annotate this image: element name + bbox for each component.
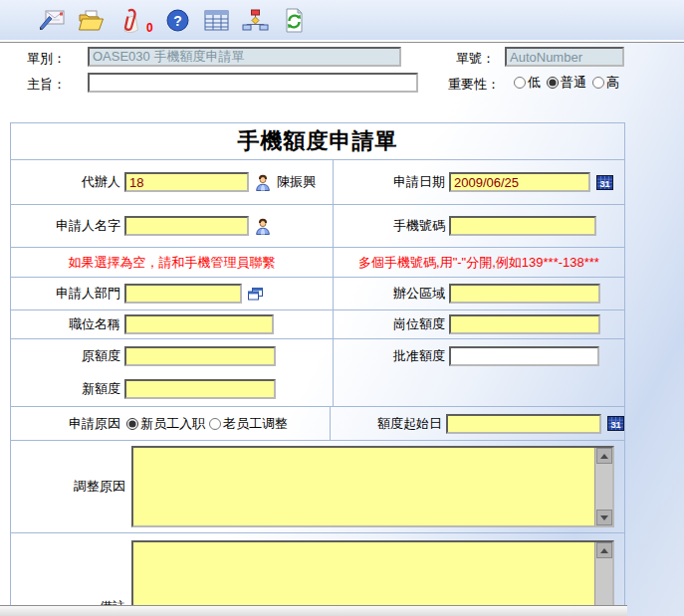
send-mail-icon [39,8,66,32]
applicant-user-picker[interactable] [255,218,271,235]
approved-quota-field[interactable] [449,346,599,366]
hint-right-text: 多個手機號碼,用"-"分開,例如139***-138*** [358,254,599,272]
reason-option-old-employee[interactable]: 老员工调整 [209,415,288,433]
dept-picker-icon [248,288,263,301]
svg-text:31: 31 [599,178,609,188]
table-row: 申請人名字 手機號碼 [11,205,624,248]
agent-field[interactable] [124,172,249,192]
dept-field[interactable] [124,284,242,304]
workflow-button[interactable] [242,5,270,35]
area-field[interactable] [449,284,600,304]
user-picker-icon [255,218,271,235]
attachments-button[interactable] [115,5,143,35]
doc-type-field [88,47,401,67]
doc-no-label: 單號： [456,50,495,68]
adjust-reason-textarea[interactable] [131,446,614,527]
new-quota-label: 新額度 [11,380,120,398]
applicant-field[interactable] [124,216,249,236]
reason-option-new-employee[interactable]: 新员工入职 [126,415,205,433]
form-title-row: 手機額度申請單 [11,123,624,160]
user-picker-icon [255,174,271,191]
dept-label: 申請人部門 [11,285,120,303]
main-form: 手機額度申請單 代辦人 陳振興 申請日期 [10,122,625,616]
agent-label: 代辦人 [11,173,120,191]
importance-label: 重要性： [448,76,500,94]
position-field[interactable] [124,314,274,334]
apply-date-label: 申請日期 [334,173,445,191]
new-quota-field[interactable] [124,379,276,399]
refresh-button[interactable] [281,5,309,35]
mobile-field[interactable] [449,216,596,236]
importance-radio-high[interactable] [592,77,604,89]
reason-radio-old-employee[interactable] [209,418,221,430]
open-folder-button[interactable] [77,5,105,35]
importance-option-low[interactable]: 低 [514,74,541,92]
application-form-page: 0 ? [0,0,684,616]
apply-date-field[interactable] [449,172,590,192]
form-list-icon [204,10,229,31]
importance-radio-group: 低 普通 高 [514,74,623,92]
mobile-label: 手機號碼 [334,217,445,235]
adjust-reason-scrollbar[interactable] [594,448,612,525]
start-date-field[interactable] [446,414,601,434]
open-folder-icon [78,9,105,32]
position-label: 職位名稱 [11,315,120,333]
adjust-reason-text[interactable] [133,448,594,525]
pos-quota-field[interactable] [449,314,600,334]
start-date-calendar[interactable]: 31 [607,416,624,431]
send-mail-button[interactable] [38,5,66,35]
pos-quota-label: 崗位額度 [334,315,445,333]
scroll-down-button[interactable] [596,510,612,525]
attachment-count: 0 [146,21,153,40]
form-list-button[interactable] [203,5,231,35]
arrow-up-icon [600,548,608,553]
applicant-label: 申請人名字 [11,217,120,235]
calendar-icon: 31 [596,175,613,190]
table-row: 代辦人 陳振興 申請日期 [11,160,624,205]
reason-label: 申請原因 [11,415,120,433]
subject-field[interactable] [88,73,418,93]
orig-quota-field[interactable] [124,346,276,366]
help-button[interactable]: ? [164,5,192,35]
importance-option-normal[interactable]: 普通 [547,74,586,92]
workflow-icon [242,9,269,32]
hint-row: 如果選擇為空，請和手機管理員聯繫 多個手機號碼,用"-"分開,例如139***-… [11,248,624,278]
refresh-icon [283,8,306,33]
paperclip-icon [118,7,140,34]
area-label: 辦公區域 [334,285,445,303]
dept-picker[interactable] [248,288,263,301]
subject-label: 主旨： [27,76,66,94]
table-row: 備註 [11,533,624,616]
scrollbar-track[interactable] [595,464,612,510]
table-row: 職位名稱 崗位額度 [11,310,624,339]
table-row: 調整原因 [11,441,624,533]
agent-user-picker[interactable] [255,174,271,191]
orig-quota-label: 原額度 [11,347,120,365]
agent-name-text: 陳振興 [277,173,316,191]
reason-radio-new-employee[interactable] [126,418,138,430]
calendar-icon: 31 [607,416,624,431]
adjust-reason-label: 調整原因 [11,478,125,496]
scroll-up-button[interactable] [596,448,612,464]
table-row: 申請原因 新员工入职 老员工调整 額度起始日 [11,407,624,441]
doc-no-field [505,47,624,67]
importance-option-high[interactable]: 高 [592,74,619,92]
table-row: 申請人部門 辦公區域 [11,278,624,310]
start-date-label: 額度起始日 [331,415,442,433]
svg-text:?: ? [173,12,182,28]
approved-quota-label: 批准額度 [334,347,445,365]
apply-date-calendar[interactable]: 31 [596,175,613,190]
scroll-up-button[interactable] [596,542,612,558]
importance-radio-low[interactable] [514,77,526,89]
help-icon: ? [166,9,189,32]
hint-left-text: 如果選擇為空，請和手機管理員聯繫 [69,254,276,272]
bottom-window-edge [0,605,627,616]
arrow-up-icon [600,454,608,459]
toolbar: 0 ? [0,0,684,40]
importance-radio-normal[interactable] [547,77,559,89]
page-title: 手機額度申請單 [238,126,398,156]
arrow-down-icon [600,515,608,520]
doc-type-label: 單別： [27,50,66,68]
svg-text:31: 31 [610,420,620,430]
toolbar-separator [0,40,684,43]
